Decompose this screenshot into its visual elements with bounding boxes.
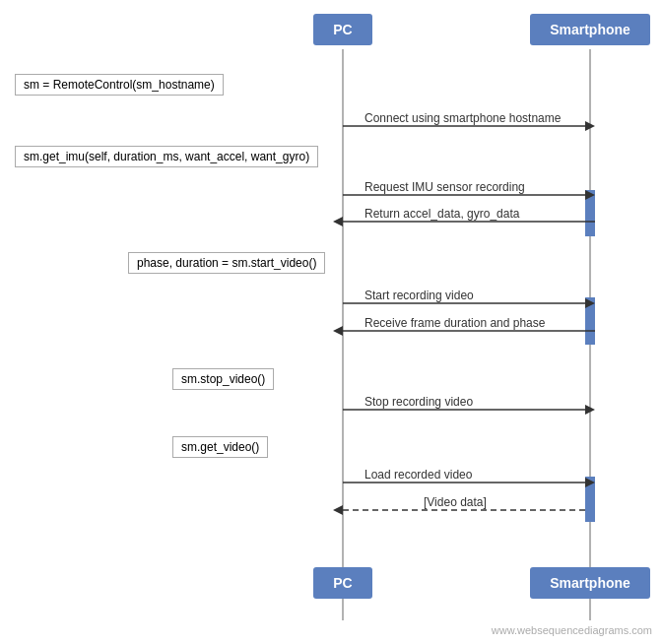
- note-sm-start-video: phase, duration = sm.start_video(): [128, 252, 325, 274]
- diagram-svg: [0, 0, 662, 644]
- svg-marker-6: [585, 121, 595, 131]
- smartphone-top-box: Smartphone: [530, 14, 650, 45]
- smartphone-bottom-box: Smartphone: [530, 567, 650, 599]
- arrow-label-receive-frame: Receive frame duration and phase: [364, 316, 545, 330]
- arrow-label-load-video: Load recorded video: [364, 468, 472, 482]
- arrow-label-request-imu: Request IMU sensor recording: [364, 180, 525, 194]
- svg-marker-14: [333, 326, 343, 336]
- note-sm-get-imu: sm.get_imu(self, duration_ms, want_accel…: [15, 146, 318, 167]
- arrow-label-return-accel: Return accel_data, gyro_data: [364, 207, 519, 221]
- arrow-label-start-video: Start recording video: [364, 289, 474, 302]
- svg-marker-18: [585, 478, 595, 487]
- svg-marker-10: [333, 217, 343, 226]
- note-sm-stop-video: sm.stop_video(): [172, 368, 274, 390]
- arrow-label-video-data: [Video data]: [424, 495, 487, 509]
- arrow-label-stop-video: Stop recording video: [364, 395, 473, 409]
- svg-marker-12: [585, 298, 595, 308]
- svg-marker-16: [585, 405, 595, 415]
- note-sm-get-video: sm.get_video(): [172, 436, 268, 458]
- svg-marker-20: [333, 505, 343, 515]
- sequence-diagram: PC Smartphone PC Smartphone sm = RemoteC…: [0, 0, 662, 644]
- watermark: www.websequencediagrams.com: [492, 624, 652, 636]
- note-sm-remote-control: sm = RemoteControl(sm_hostname): [15, 74, 224, 96]
- svg-rect-2: [585, 190, 595, 236]
- svg-rect-4: [585, 477, 595, 522]
- arrow-label-connect: Connect using smartphone hostname: [364, 111, 561, 125]
- svg-marker-8: [585, 190, 595, 200]
- pc-top-box: PC: [313, 14, 372, 45]
- svg-rect-3: [585, 297, 595, 345]
- pc-bottom-box: PC: [313, 567, 372, 599]
